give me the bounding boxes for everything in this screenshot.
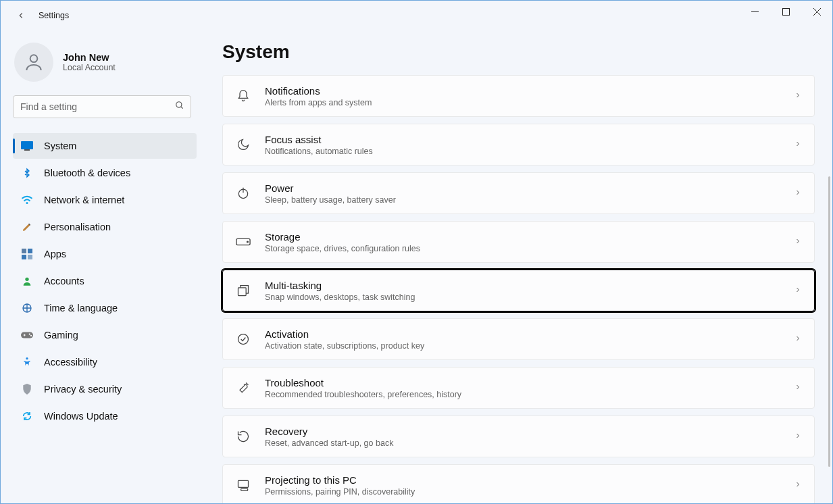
card-power[interactable]: Power Sleep, battery usage, battery save…	[222, 172, 815, 214]
card-focus-assist[interactable]: Focus assist Notifications, automatic ru…	[222, 124, 815, 166]
multitasking-icon	[235, 282, 251, 299]
nav-label: Bluetooth & devices	[44, 168, 130, 178]
chevron-right-icon	[794, 187, 802, 199]
chevron-right-icon	[794, 284, 802, 297]
nav-windows-update[interactable]: Windows Update	[13, 403, 197, 429]
nav-gaming[interactable]: Gaming	[13, 322, 197, 348]
nav-system[interactable]: System	[13, 133, 197, 159]
scrollbar[interactable]	[828, 176, 830, 467]
apps-icon	[21, 248, 33, 260]
svg-rect-7	[28, 249, 32, 253]
person-icon	[23, 51, 45, 73]
arrow-left-icon	[16, 11, 26, 20]
card-sub: Notifications, automatic rules	[265, 147, 780, 156]
card-title: Troubleshoot	[265, 377, 780, 388]
nav-network[interactable]: Network & internet	[13, 187, 197, 213]
nav-label: Time & language	[44, 303, 118, 313]
nav: System Bluetooth & devices Network & int…	[1, 128, 203, 429]
user-subtitle: Local Account	[63, 63, 116, 72]
svg-rect-21	[238, 480, 249, 487]
card-activation[interactable]: Activation Activation state, subscriptio…	[222, 318, 815, 360]
app-title: Settings	[39, 11, 69, 20]
card-storage[interactable]: Storage Storage space, drives, configura…	[222, 221, 815, 263]
maximize-icon	[782, 8, 790, 16]
accessibility-icon	[21, 356, 33, 368]
nav-label: Personalisation	[44, 222, 111, 232]
svg-point-18	[247, 241, 249, 243]
paintbrush-icon	[21, 221, 33, 233]
svg-point-14	[30, 335, 32, 336]
title-bar: Settings	[1, 1, 832, 30]
back-button[interactable]	[10, 5, 32, 26]
svg-point-5	[26, 202, 28, 204]
card-multitasking[interactable]: Multi-tasking Snap windows, desktops, ta…	[222, 270, 815, 311]
card-title: Activation	[265, 328, 780, 340]
nav-label: System	[44, 141, 76, 151]
chevron-right-icon	[794, 236, 802, 248]
svg-rect-6	[22, 249, 26, 253]
card-title: Notifications	[265, 85, 780, 97]
minimize-icon	[751, 8, 759, 16]
svg-point-1	[30, 55, 38, 62]
main-content: System Notifications Alerts from apps an…	[203, 30, 832, 503]
card-troubleshoot[interactable]: Troubleshoot Recommended troubleshooters…	[222, 367, 815, 409]
nav-label: Windows Update	[44, 411, 118, 422]
recovery-icon	[235, 428, 251, 445]
minimize-button[interactable]	[739, 1, 770, 22]
card-title: Power	[265, 182, 780, 194]
bluetooth-icon	[21, 167, 33, 179]
nav-label: Privacy & security	[44, 384, 122, 395]
nav-time-language[interactable]: Time & language	[13, 295, 197, 321]
card-title: Focus assist	[265, 134, 780, 145]
card-projecting[interactable]: Projecting to this PC Permissions, pairi…	[222, 464, 815, 503]
nav-accessibility[interactable]: Accessibility	[13, 349, 197, 375]
nav-accounts[interactable]: Accounts	[13, 268, 197, 294]
bell-icon	[235, 88, 251, 104]
close-icon	[813, 8, 821, 16]
gaming-icon	[21, 329, 33, 341]
svg-rect-3	[21, 141, 33, 149]
card-title: Storage	[265, 231, 780, 243]
chevron-right-icon	[794, 430, 802, 443]
nav-apps[interactable]: Apps	[13, 241, 197, 267]
svg-rect-19	[238, 288, 247, 296]
card-notifications[interactable]: Notifications Alerts from apps and syste…	[222, 75, 815, 117]
update-icon	[21, 410, 33, 422]
check-circle-icon	[235, 331, 251, 347]
search-input[interactable]	[13, 95, 191, 118]
wifi-icon	[21, 194, 33, 206]
card-recovery[interactable]: Recovery Reset, advanced start-up, go ba…	[222, 415, 815, 457]
nav-label: Accounts	[44, 276, 84, 286]
nav-label: Apps	[44, 249, 66, 259]
display-icon	[21, 140, 33, 152]
card-sub: Sleep, battery usage, battery saver	[265, 195, 780, 205]
card-sub: Storage space, drives, configuration rul…	[265, 244, 780, 253]
card-sub: Recommended troubleshooters, preferences…	[265, 390, 780, 399]
nav-personalisation[interactable]: Personalisation	[13, 214, 197, 240]
card-sub: Permissions, pairing PIN, discoverabilit…	[265, 487, 780, 497]
nav-label: Accessibility	[44, 357, 97, 368]
card-sub: Reset, advanced start-up, go back	[265, 438, 780, 448]
svg-rect-8	[22, 255, 26, 259]
card-title: Recovery	[265, 426, 780, 437]
svg-point-10	[25, 278, 28, 281]
user-block[interactable]: John New Local Account	[1, 37, 203, 95]
svg-rect-9	[28, 255, 32, 259]
svg-point-15	[26, 357, 28, 359]
card-sub: Snap windows, desktops, task switching	[265, 293, 780, 302]
card-title: Projecting to this PC	[265, 474, 780, 486]
chevron-right-icon	[794, 138, 802, 151]
nav-privacy[interactable]: Privacy & security	[13, 376, 197, 402]
moon-icon	[235, 136, 251, 153]
nav-label: Network & internet	[44, 195, 124, 205]
nav-label: Gaming	[44, 330, 78, 341]
card-sub: Alerts from apps and system	[265, 98, 780, 107]
globe-clock-icon	[21, 302, 33, 314]
svg-rect-4	[24, 149, 30, 151]
shield-icon	[21, 383, 33, 395]
close-button[interactable]	[801, 1, 832, 22]
nav-bluetooth[interactable]: Bluetooth & devices	[13, 160, 197, 186]
svg-point-13	[29, 333, 30, 334]
svg-rect-22	[241, 488, 248, 490]
maximize-button[interactable]	[770, 1, 801, 22]
